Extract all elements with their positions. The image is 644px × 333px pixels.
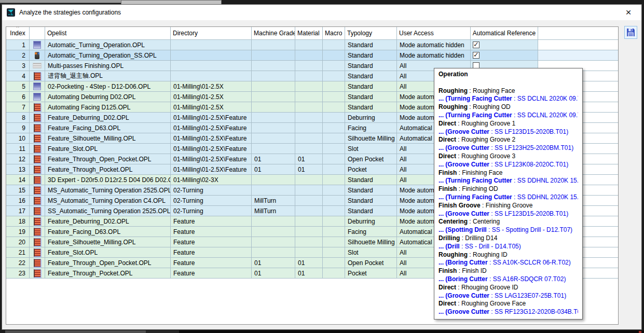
cell-icon (30, 185, 45, 195)
cell-text: 14 (19, 176, 25, 184)
cell-directory (171, 50, 252, 60)
tool-reference-line: Groove CutterSS LF123D15-2020B.T01 (439, 210, 578, 218)
tool-reference-line: Turning Facing CutterSS DDHNL 2020K 15.T… (439, 193, 578, 202)
cell-material (295, 71, 323, 81)
cell-typology: Standard (345, 61, 397, 71)
cell-machine_grade (252, 92, 295, 102)
cell-macro (323, 216, 345, 226)
save-button[interactable] (624, 26, 637, 39)
cell-machine_grade: 01 (252, 258, 295, 268)
cell-text: Standard (348, 41, 373, 49)
operation-line: RoughingRoughing OD (439, 103, 578, 112)
cell-macro (323, 196, 345, 205)
sort-ascending-icon: ^ (17, 27, 19, 31)
cell-text: 19 (19, 228, 25, 235)
cell-icon (30, 154, 45, 164)
cell-text: Standard (348, 73, 373, 80)
column-header-opelist[interactable]: Opelist (45, 27, 171, 40)
operation-line: DirectRoughing Groove 1 (439, 120, 578, 128)
red-doc-icon (34, 176, 41, 184)
operation-line: DirectRoughing Groove Face (439, 300, 578, 308)
cell-text: All (400, 270, 406, 277)
column-header-machine_grade[interactable]: Machine Grade (252, 27, 295, 40)
cell-icon (30, 164, 45, 174)
cell-text: 7 (22, 104, 25, 111)
automatical-reference-checkbox[interactable] (473, 52, 479, 59)
cell-text: 01 (254, 270, 261, 277)
blue-square-icon (33, 41, 41, 49)
cell-machine_grade (252, 185, 295, 195)
cell-text: 01 (298, 166, 305, 173)
cell-icon (30, 50, 45, 60)
cell-text: 10 (19, 135, 25, 142)
red-doc-icon (34, 269, 41, 278)
column-header-directory[interactable]: Directory (171, 27, 252, 40)
cell-macro (323, 227, 345, 237)
column-header-auto_ref[interactable]: Automatical Reference (471, 27, 538, 40)
cell-text: 01 (298, 270, 305, 277)
cell-text: Feature (173, 270, 195, 277)
cell-index: 11 (6, 144, 30, 154)
cell-macro (323, 71, 345, 81)
close-icon[interactable]: × (622, 6, 635, 19)
cell-text: 3 (22, 62, 25, 70)
cell-icon (30, 227, 45, 237)
cell-machine_grade (252, 227, 295, 237)
cell-user_access: Mode automatic hidden (397, 50, 471, 60)
cell-typology: Deburring (345, 113, 397, 122)
column-header-material[interactable]: Material (295, 27, 323, 40)
cell-text: Feature_Slot.OPL (48, 249, 98, 256)
cell-text: 01-Milling\01-2.5X\Feature (173, 156, 246, 163)
cell-text: Standard (348, 207, 373, 215)
title-bar[interactable]: Analyze the strategies configurations × (2, 5, 641, 20)
cell-macro (323, 185, 345, 195)
cell-icon (30, 61, 45, 71)
cell-macro (323, 50, 345, 60)
column-header-icon[interactable] (30, 27, 45, 40)
cell-text: 01 (254, 259, 261, 267)
red-doc-icon (34, 145, 41, 153)
cell-text: Feature_Through_Pocket.OPL (48, 270, 132, 277)
cell-text: Deburring (348, 114, 375, 121)
cell-text: Slot (348, 145, 359, 152)
cell-material (295, 206, 323, 216)
column-header-extra[interactable] (538, 27, 619, 40)
cell-index: 4 (6, 71, 30, 81)
cell-text: 01 (254, 156, 261, 163)
column-header-label: User Access (399, 30, 434, 37)
blue-square-icon (33, 82, 41, 90)
red-doc-icon (34, 259, 41, 267)
column-header-index[interactable]: ^Index (6, 27, 30, 40)
cell-directory: 01-Milling\01-2.5X\Feature (171, 133, 252, 143)
cell-directory: 01-Milling\01-2.5X (171, 81, 252, 91)
column-header-macro[interactable]: Macro (323, 27, 345, 40)
cell-text: 3D Expert - D20r5.0 D12r2.5 D04 D06 D02.… (48, 176, 171, 184)
red-doc-icon (34, 165, 41, 174)
cell-directory: 02-Turning (171, 206, 252, 216)
tool-reference-line: Spotting DrillSS - Spotting Drill - D12.… (439, 226, 578, 234)
cell-text: All (400, 249, 406, 256)
table-row[interactable]: 2Automatic_Turning_Operation_SS.OPLStand… (6, 50, 618, 61)
column-header-user_access[interactable]: User Access (397, 27, 471, 40)
automatical-reference-checkbox[interactable] (473, 41, 479, 48)
cell-text: 进背轴_退主轴.OPL (48, 72, 103, 80)
cell-typology: Standard (345, 185, 397, 195)
cell-text: Open Pocket (348, 156, 383, 163)
cell-machine_grade (252, 61, 295, 71)
red-doc-icon (34, 197, 41, 205)
tool-icon (35, 52, 39, 59)
cell-macro (323, 206, 345, 216)
cell-text: Deburring (348, 218, 375, 225)
cell-directory: 01-Milling\01-2.5X\Feature (171, 154, 252, 164)
cell-directory: 01-Milling\01-2.5X\Feature (171, 144, 252, 154)
table-row[interactable]: 1Automatic_Turning_Operation.OPLStandard… (6, 40, 618, 50)
cell-text: All (400, 73, 406, 80)
cell-directory: Feature (171, 237, 252, 247)
cell-machine_grade: 01 (252, 164, 295, 174)
cell-directory: Feature (171, 247, 252, 257)
column-header-typology[interactable]: Typology (345, 27, 397, 40)
cell-index: 1 (6, 40, 30, 50)
column-header-label: Machine Grade (254, 30, 295, 37)
cell-material: 01 (295, 164, 323, 174)
cell-opelist: SS_Automatic_Turning Operation 2525.OPL (45, 206, 171, 216)
